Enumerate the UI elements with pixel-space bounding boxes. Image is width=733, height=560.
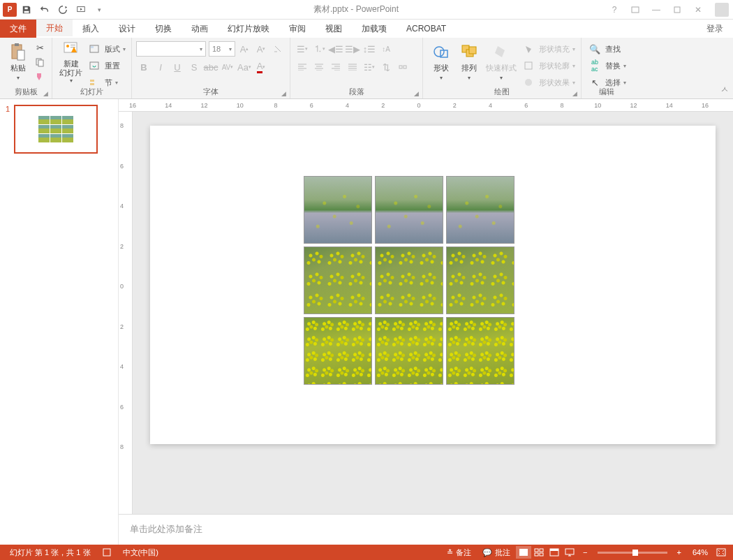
tab-view[interactable]: 视图 <box>316 20 352 38</box>
comments-button[interactable]: 💬 批注 <box>477 547 516 558</box>
save-button[interactable] <box>18 1 35 18</box>
tab-home[interactable]: 开始 <box>36 20 73 38</box>
tab-insert[interactable]: 插入 <box>73 20 109 38</box>
find-button[interactable]: 🔍查找 <box>587 41 626 57</box>
justify-button[interactable] <box>345 59 360 75</box>
shapes-button[interactable]: 形状▾ <box>427 39 455 84</box>
zoom-level[interactable]: 64% <box>687 548 713 557</box>
change-case-button[interactable]: Aa▾ <box>237 59 252 75</box>
text-direction-button[interactable]: ↕A <box>378 41 394 57</box>
notes-button[interactable]: ≛ 备注 <box>441 547 477 558</box>
image-cell[interactable] <box>304 176 372 244</box>
fit-to-window-button[interactable] <box>713 546 729 559</box>
decrease-indent-button[interactable]: ◀☰ <box>328 41 343 57</box>
minimize-button[interactable]: — <box>646 2 666 17</box>
ribbon-display-button[interactable] <box>625 2 645 17</box>
qat-customize-button[interactable]: ▾ <box>91 1 108 18</box>
notes-pane[interactable]: 单击此处添加备注 <box>119 514 733 545</box>
bold-button[interactable]: B <box>136 59 151 75</box>
font-dialog-launcher[interactable]: ◢ <box>280 90 287 97</box>
slide-info[interactable]: 幻灯片 第 1 张，共 1 张 <box>4 547 96 558</box>
slide-canvas-area[interactable] <box>133 112 733 514</box>
slideshow-view-button[interactable] <box>562 546 577 559</box>
drawing-dialog-launcher[interactable]: ◢ <box>571 90 578 97</box>
tab-design[interactable]: 设计 <box>109 20 145 38</box>
shape-outline-button[interactable]: 形状轮廓▾ <box>521 58 575 73</box>
increase-font-button[interactable]: A▴ <box>237 41 252 57</box>
undo-button[interactable] <box>36 1 53 18</box>
ruler-vertical[interactable]: 864202468 <box>119 112 133 514</box>
font-size-combo[interactable]: 18▾ <box>209 41 235 57</box>
layout-button[interactable]: 版式▾ <box>87 41 126 57</box>
clear-formatting-button[interactable] <box>270 41 286 57</box>
slide-canvas[interactable] <box>150 126 716 444</box>
tab-transition[interactable]: 切换 <box>145 20 182 38</box>
align-text-button[interactable]: ⇅ <box>378 59 394 75</box>
user-avatar[interactable] <box>715 3 729 17</box>
zoom-out-button[interactable]: − <box>577 548 593 557</box>
redo-button[interactable] <box>54 1 71 18</box>
char-spacing-button[interactable]: AV▾ <box>220 59 235 75</box>
slide-thumbnail-1[interactable]: 1 <box>6 105 112 154</box>
align-center-button[interactable] <box>311 59 327 75</box>
bullets-button[interactable]: ☰▾ <box>295 41 310 57</box>
tab-review[interactable]: 审阅 <box>279 20 316 38</box>
decrease-font-button[interactable]: A▾ <box>253 41 269 57</box>
font-name-combo[interactable]: ▾ <box>136 41 206 57</box>
arrange-button[interactable]: 排列▾ <box>455 39 483 84</box>
underline-button[interactable]: U <box>170 59 185 75</box>
zoom-in-button[interactable]: + <box>672 548 687 557</box>
columns-button[interactable]: ☷▾ <box>362 59 377 75</box>
maximize-button[interactable] <box>667 2 687 17</box>
image-cell[interactable] <box>304 317 372 385</box>
spellcheck-button[interactable] <box>96 547 117 557</box>
image-cell[interactable] <box>446 317 514 385</box>
image-cell[interactable] <box>446 176 514 244</box>
tab-file[interactable]: 文件 <box>0 20 36 38</box>
help-button[interactable]: ? <box>605 2 624 17</box>
reset-button[interactable]: 重置 <box>87 58 126 73</box>
format-painter-button[interactable] <box>32 70 47 84</box>
image-cell[interactable] <box>446 246 514 314</box>
start-slideshow-button[interactable] <box>73 1 89 18</box>
increase-indent-button[interactable]: ☰▶ <box>345 41 360 57</box>
login-link[interactable]: 登录 <box>697 20 733 38</box>
image-cell[interactable] <box>304 246 372 314</box>
font-color-button[interactable]: A▾ <box>253 59 269 75</box>
tab-acrobat[interactable]: ACROBAT <box>397 20 456 38</box>
clipboard-dialog-launcher[interactable]: ◢ <box>42 90 49 97</box>
normal-view-button[interactable] <box>516 546 531 559</box>
italic-button[interactable]: I <box>153 59 168 75</box>
language-button[interactable]: 中文(中国) <box>117 547 164 558</box>
smartart-button[interactable] <box>395 59 410 75</box>
paragraph-dialog-launcher[interactable]: ◢ <box>413 90 420 97</box>
reading-view-button[interactable] <box>547 546 562 559</box>
close-button[interactable]: ✕ <box>688 2 708 17</box>
copy-button[interactable] <box>32 55 47 69</box>
tab-addins[interactable]: 加载项 <box>352 20 397 38</box>
paste-button[interactable]: 粘贴▾ <box>4 39 32 84</box>
replace-button[interactable]: abac替换▾ <box>587 58 626 73</box>
align-right-button[interactable] <box>328 59 343 75</box>
image-cell[interactable] <box>375 317 443 385</box>
cut-button[interactable]: ✂ <box>32 40 47 54</box>
slide-thumbnail-panel[interactable]: 1 <box>0 99 119 545</box>
align-left-button[interactable] <box>295 59 310 75</box>
line-spacing-button[interactable]: ↕☰ <box>362 41 377 57</box>
slide-thumbnail-image[interactable] <box>14 105 98 154</box>
svg-rect-31 <box>540 553 543 556</box>
strikethrough-button[interactable]: abc <box>203 59 219 75</box>
numbering-button[interactable]: ⒈▾ <box>311 41 327 57</box>
sorter-view-button[interactable] <box>531 546 547 559</box>
shadow-button[interactable]: S <box>186 59 202 75</box>
zoom-slider[interactable] <box>598 552 667 554</box>
new-slide-button[interactable]: 新建 幻灯片 ▾ <box>57 39 85 84</box>
tab-animation[interactable]: 动画 <box>182 20 218 38</box>
quick-styles-button[interactable]: 快速样式▾ <box>483 39 519 84</box>
image-cell[interactable] <box>375 176 443 244</box>
ruler-horizontal[interactable]: 1614121086420246810121416 <box>119 99 733 112</box>
image-cell[interactable] <box>375 246 443 314</box>
collapse-ribbon-button[interactable]: ㅅ <box>720 84 729 96</box>
tab-slideshow[interactable]: 幻灯片放映 <box>218 20 279 38</box>
shape-fill-button[interactable]: 形状填充▾ <box>521 41 575 57</box>
